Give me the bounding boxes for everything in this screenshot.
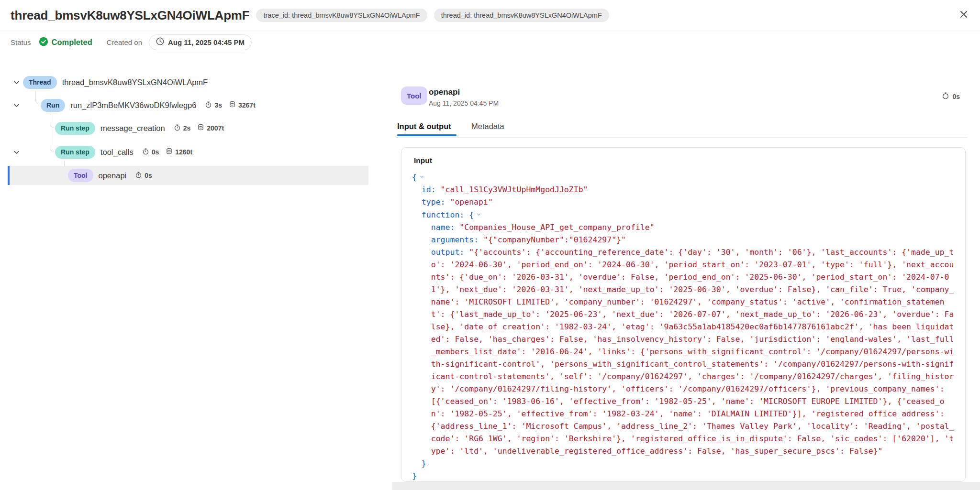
stopwatch-icon [135,171,142,180]
status-value: Completed [52,38,92,47]
tree-row-tool-openapi-selected[interactable]: Tool openapi 0s [8,166,368,185]
tokens-icon [197,124,204,133]
detail-title: openapi [429,87,460,97]
horizontal-scrollbar-track[interactable] [392,482,980,490]
thread-type-badge: Thread [23,76,57,89]
run-step-type-badge: Run step [55,146,95,159]
chevron-down-icon[interactable] [12,78,21,87]
trace-viewer-window: thread_bmsvK8uw8YSLxGN4OiWLApmF trace_id… [0,0,980,490]
message-creation-duration: 2s [174,124,191,133]
message-creation-tokens: 2007t [197,124,224,133]
tokens-icon [166,148,173,157]
tree-row-message-creation[interactable]: Run step message_creation 2s 2007t [55,120,224,136]
code-line-output: output:"{'accounts': {'accounting_refere… [412,246,958,457]
code-line: } [412,470,958,482]
status-label: Status [11,38,31,46]
thread-id-badge: thread_id: thread_bmsvK8uw8YSLxGN4OiWLAp… [434,9,609,22]
tool-calls-label: tool_calls [100,148,134,157]
tool-call-json: { id:"call_1S1Cy3VWJtUpHmMgodJJoZIb" typ… [412,171,958,482]
code-line: } [412,457,958,470]
status-bar: Status Completed Created on Aug 11, 2025… [0,31,980,54]
status-badge: Completed [39,37,92,48]
run-tokens: 3267t [229,101,256,110]
close-icon [958,9,969,22]
tool-calls-duration: 0s [142,148,159,157]
stopwatch-icon [142,148,149,157]
chevron-down-icon[interactable] [12,148,21,156]
tool-openapi-duration: 0s [135,171,152,180]
chevron-down-icon[interactable] [12,101,21,109]
topbar: thread_bmsvK8uw8YSLxGN4OiWLApmF trace_id… [0,0,980,31]
code-line: arguments:"{"companyNumber":"01624297"}" [412,234,958,246]
code-line: type:"openapi" [412,196,958,208]
run-type-badge: Run [41,99,65,112]
message-creation-label: message_creation [100,124,165,133]
detail-duration: 0s [942,92,960,101]
thread-label: thread_bmsvK8uw8YSLxGN4OiWLApmF [62,78,208,87]
trace-id-badge: trace_id: thread_bmsvK8uw8YSLxGN4OiWLApm… [256,9,427,22]
created-date-value: Aug 11, 2025 04:45 PM [168,38,245,46]
input-section-label: Input [414,156,432,165]
tab-input-output[interactable]: Input & output [397,122,451,131]
tool-calls-tokens: 1260t [166,148,192,157]
page-title: thread_bmsvK8uw8YSLxGN4OiWLApmF [11,8,249,23]
run-label: run_zlP3mBeMKV36woDK9fwlegp6 [70,101,196,110]
stopwatch-icon [942,92,949,101]
tool-openapi-label: openapi [99,171,127,180]
collapse-chevron-icon[interactable] [419,171,424,183]
created-on-label: Created on [107,38,142,46]
tool-type-badge: Tool [68,169,93,182]
selection-indicator-bar [8,166,10,185]
active-tab-underline [397,134,457,136]
stopwatch-icon [174,124,181,133]
clock-icon [156,37,164,47]
tab-metadata[interactable]: Metadata [471,122,504,131]
created-date-pill: Aug 11, 2025 04:45 PM [149,34,252,50]
tree-row-run[interactable]: Run run_zlP3mBeMKV36woDK9fwlegp6 3s 3267… [12,97,256,113]
tree-row-thread[interactable]: Thread thread_bmsvK8uw8YSLxGN4OiWLApmF [12,74,208,90]
collapse-chevron-icon[interactable] [476,208,481,221]
tree-row-tool-calls[interactable]: Run step tool_calls 0s 1260t [12,144,192,160]
run-step-type-badge: Run step [55,122,95,135]
code-line: { [412,171,958,184]
tab-divider [396,137,968,138]
detail-tool-badge: Tool [401,87,427,105]
check-circle-icon [39,37,48,48]
close-button[interactable] [958,10,969,21]
code-line: name:"Companies_House_API_get_company_pr… [412,221,958,234]
code-line: function:{ [412,208,958,221]
code-line: id:"call_1S1Cy3VWJtUpHmMgodJJoZIb" [412,184,958,196]
input-output-panel: Input { id:"call_1S1Cy3VWJtUpHmMgodJJoZI… [401,147,966,482]
detail-timestamp: Aug 11, 2025 04:45 PM [429,99,499,107]
stopwatch-icon [205,101,212,110]
tokens-icon [229,101,236,110]
run-duration: 3s [205,101,222,110]
